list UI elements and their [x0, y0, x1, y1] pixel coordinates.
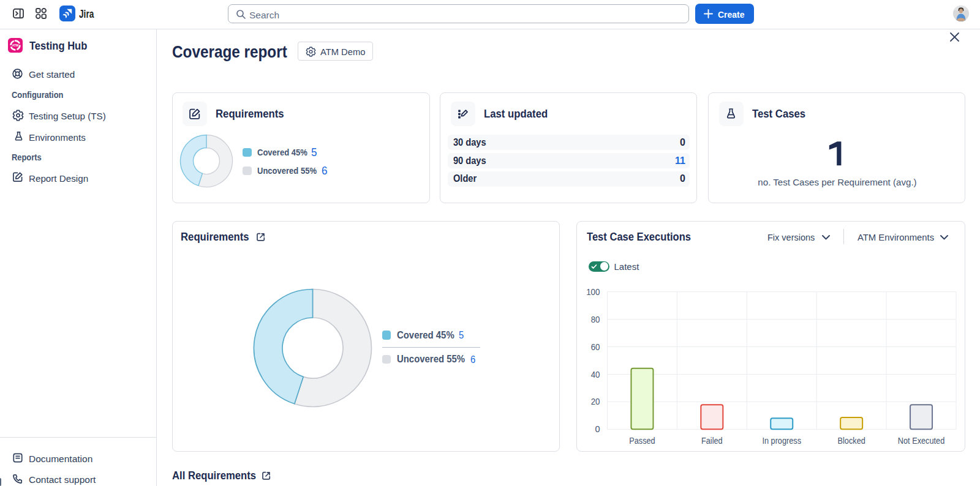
svg-text:In progress: In progress	[762, 436, 801, 446]
svg-text:60: 60	[591, 342, 600, 352]
svg-text:Blocked: Blocked	[838, 436, 865, 446]
svg-text:Not Executed: Not Executed	[898, 436, 945, 446]
svg-text:0: 0	[595, 424, 600, 434]
svg-text:40: 40	[591, 370, 600, 379]
svg-text:ATM: ATM	[12, 43, 18, 47]
svg-text:80: 80	[591, 315, 600, 324]
svg-text:Failed: Failed	[701, 436, 723, 446]
svg-text:Passed: Passed	[629, 436, 655, 446]
svg-text:20: 20	[591, 397, 600, 406]
svg-text:100: 100	[586, 287, 600, 297]
